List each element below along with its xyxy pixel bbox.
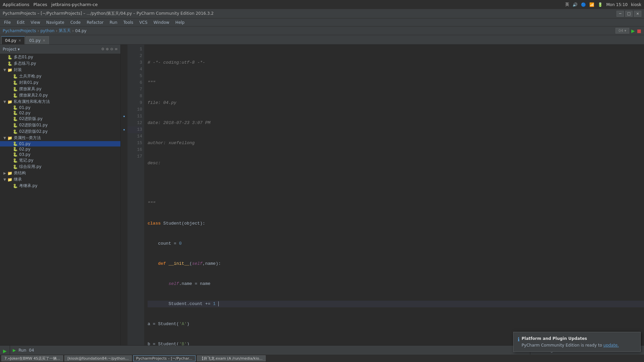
code-line-11: def __init__(self,name): — [148, 260, 644, 267]
run-panel-icon: ▶ — [13, 348, 16, 353]
tab-01py-close[interactable]: × — [43, 39, 45, 42]
tree-folder-leijiegou[interactable]: ▶ 📁 类结构 — [0, 170, 120, 176]
editor-area: ● ● 1 2 3 4 5 6 7 8 9 10 11 12 — [121, 45, 644, 345]
code-line-14: a = Student('A') — [148, 321, 644, 327]
tree-item-baifangjiaju[interactable]: 🐍 摆放家具.py — [0, 86, 120, 92]
menu-view[interactable]: View — [28, 19, 43, 25]
menu-run[interactable]: Run — [107, 19, 120, 25]
maximize-button[interactable]: □ — [625, 11, 633, 17]
run-name: 04 — [29, 348, 34, 353]
sidebar-settings-icon[interactable]: ⚙ — [101, 47, 104, 51]
python-file-icon: 🐍 — [13, 87, 18, 92]
bluetooth-icon[interactable]: 🔵 — [581, 2, 586, 7]
run-button[interactable]: ▶ — [631, 28, 635, 34]
sidebar-header-icons: ⚙ ⊕ ⊖ ≡ — [101, 47, 118, 51]
tree-item-baifangjiaju20[interactable]: 🐍 摆放家具2.0.py — [0, 92, 120, 99]
menu-code[interactable]: Code — [68, 19, 84, 25]
taskbar-item-exam[interactable]: 【薛飞龙.exam (A /run/media/kio... — [197, 355, 266, 361]
tab-04py-close[interactable]: × — [18, 39, 21, 42]
tree-folder-jicheng[interactable]: ▼ 📁 继承 — [0, 176, 120, 183]
sidebar-collapse-icon[interactable]: ⊖ — [110, 47, 113, 51]
menu-help[interactable]: Help — [173, 19, 187, 25]
breadcrumb-pycharmprojects[interactable]: PycharmProjects — [3, 28, 36, 33]
tree-item-fengzhuang01[interactable]: 🐍 封装01.py — [0, 79, 120, 86]
tab-04py[interactable]: 04.py × — [1, 36, 25, 44]
menu-refactor[interactable]: Refactor — [84, 19, 106, 25]
close-button[interactable]: × — [634, 11, 641, 17]
breadcrumb-day5[interactable]: 第五天 — [59, 28, 71, 34]
menu-tools[interactable]: Tools — [121, 19, 136, 25]
tree-folder-fengzhuang[interactable]: ▼ 📁 封装 — [0, 67, 120, 73]
tree-item-siyou01[interactable]: 🐍 01.py — [0, 105, 120, 110]
taskbar-item-terminal[interactable]: [kiosk@foundation84:~/python... — [64, 355, 131, 361]
python-file-icon: 🐍 — [13, 80, 18, 85]
code-line-13: Student.count += 1 — [148, 301, 644, 307]
code-line-3: file: 04.py — [148, 100, 644, 106]
applications-menu[interactable]: Applications — [3, 2, 29, 7]
tree-item-tubing[interactable]: 🐍 土兵开枪.py — [0, 73, 120, 79]
title-bar: PycharmProjects – [~/PycharmProjects] – … — [0, 9, 644, 18]
menu-vcs[interactable]: VCS — [137, 19, 150, 25]
tree-item-leixingxing02[interactable]: 🐍 02.py — [0, 146, 120, 152]
stop-button[interactable]: ■ — [637, 28, 641, 34]
places-menu[interactable]: Places — [33, 2, 47, 7]
tree-item-beiji[interactable]: 🐍 笔记.py — [0, 157, 120, 164]
code-line-5: author: xuefeilong — [148, 140, 644, 146]
menu-file[interactable]: File — [1, 19, 13, 25]
line-numbers: 1 2 3 4 5 6 7 8 9 10 11 12 13 14 15 16 1… — [127, 45, 144, 345]
notification-icon: ℹ — [518, 336, 520, 343]
run-config-selector[interactable]: 04 ▾ — [615, 28, 629, 34]
tree-item-zongheyingyong[interactable]: 🐍 综合应用.py — [0, 164, 120, 170]
sidebar-expand-icon[interactable]: ⊕ — [106, 47, 109, 51]
python-file-icon: 🐍 — [7, 61, 12, 66]
python-file-icon: 🐍 — [13, 93, 18, 98]
tab-01py-label: 01.py — [29, 38, 41, 43]
python-file-icon: 🐍 — [13, 147, 18, 152]
code-editor[interactable]: ● ● 1 2 3 4 5 6 7 8 9 10 11 12 — [121, 45, 644, 345]
notification-update-link[interactable]: update. — [603, 343, 619, 348]
python-file-icon: 🐍 — [13, 74, 18, 79]
python-file-icon: 🐍 — [13, 141, 18, 146]
tree-item-leixingxing03[interactable]: 🐍 03.py — [0, 152, 120, 157]
window-controls: − □ × — [616, 11, 641, 17]
system-bar-left: Applications Places jetbrains-pycharm-ce — [3, 2, 98, 7]
code-line-1: # -*- coding:utf-8 -*- — [148, 59, 644, 66]
tree-item-02jingjie02[interactable]: 🐍 02进阶版02.py — [0, 128, 120, 135]
taskbar-item-joker[interactable]: 7.«Joker在BMW 4S店买了一辆... — [1, 355, 63, 361]
taskbar: 7.«Joker在BMW 4S店买了一辆... [kiosk@foundatio… — [0, 355, 644, 362]
tree-item-siyou02[interactable]: 🐍 02.py — [0, 110, 120, 116]
minimize-button[interactable]: − — [616, 11, 624, 17]
network-icon[interactable]: 📶 — [589, 2, 594, 7]
code-line-10: count = 0 — [148, 240, 644, 247]
battery-icon[interactable]: 🔋 — [598, 2, 603, 7]
taskbar-item-pycharm[interactable]: PycharmProjects – [~/Pychar... — [133, 355, 196, 361]
folder-icon: 📁 — [7, 136, 12, 140]
menu-bar: File Edit View Navigate Code Refactor Ru… — [0, 18, 644, 26]
menu-navigate[interactable]: Navigate — [44, 19, 67, 25]
tree-item-duotailianxi[interactable]: 🐍 多态练习.py — [0, 60, 120, 67]
tree-item-kaojicheng[interactable]: 🐍 考继承.py — [0, 183, 120, 189]
tree-item-duotai01[interactable]: 🐍 多态01.py — [0, 54, 120, 60]
volume-icon[interactable]: 🔊 — [573, 2, 578, 7]
tree-item-leixingxing01[interactable]: 🐍 01.py — [0, 141, 120, 146]
breadcrumb-python[interactable]: python — [40, 28, 54, 33]
tab-01py[interactable]: 01.py × — [25, 36, 49, 44]
code-line-2: """ — [148, 79, 644, 86]
python-file-icon: 🐍 — [13, 123, 18, 128]
code-content[interactable]: # -*- coding:utf-8 -*- """ file: 04.py d… — [144, 45, 644, 345]
app-launcher[interactable]: jetbrains-pycharm-ce — [51, 2, 98, 7]
sidebar-scroll-icon[interactable]: ≡ — [115, 47, 118, 51]
window-title: PycharmProjects – [~/PycharmProjects] – … — [3, 11, 214, 16]
python-file-icon: 🐍 — [13, 165, 18, 169]
tree-folder-siyou[interactable]: ▼ 📁 私有属性和私有方法 — [0, 99, 120, 105]
tree-folder-leixingxing[interactable]: ▼ 📁 类属性--类方法 — [0, 135, 120, 141]
run-active-icon[interactable]: ▶ — [1, 347, 9, 355]
code-line-12: self.name = name — [148, 281, 644, 287]
system-bar-right: 英 🔊 🔵 📶 🔋 Mon 15:10 kiosk — [565, 2, 641, 7]
menu-edit[interactable]: Edit — [14, 19, 27, 25]
tree-item-02jingjie01[interactable]: 🐍 02进阶版01.py — [0, 122, 120, 128]
menu-window[interactable]: Window — [151, 19, 172, 25]
tree-item-02jingjie[interactable]: 🐍 02进阶版.py — [0, 116, 120, 122]
sidebar-header: Project ▾ ⚙ ⊕ ⊖ ≡ — [0, 45, 120, 54]
folder-icon: 📁 — [7, 171, 12, 176]
